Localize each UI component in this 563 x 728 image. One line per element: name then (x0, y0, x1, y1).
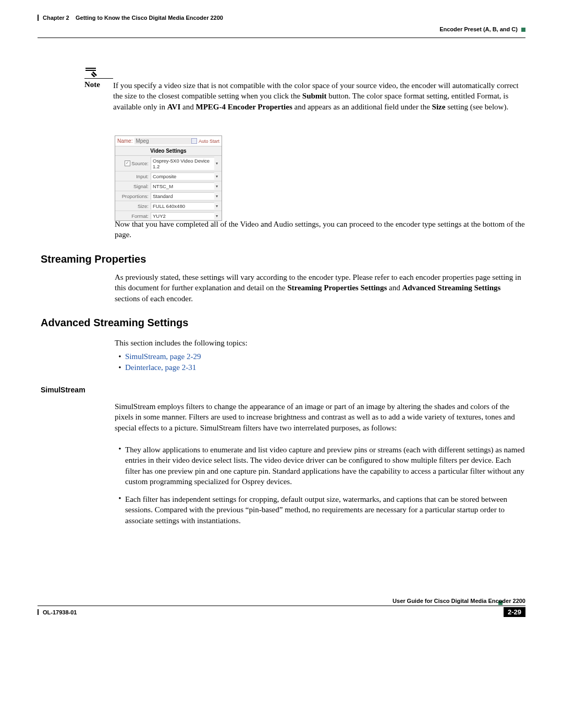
name-label: Name: (117, 138, 132, 144)
row-label: Size: (117, 203, 151, 209)
row-value: Standard (151, 192, 214, 200)
footer-guide: User Guide for Cisco Digital Media Encod… (393, 598, 525, 604)
bullet-text: They allow applications to enumerate and… (125, 445, 525, 487)
list-item: • They allow applications to enumerate a… (115, 445, 525, 487)
figure-top-row: Name: Mpeg Auto Start (115, 136, 222, 146)
row-value: Osprey-5X0 Video Device 1.2 (151, 157, 214, 170)
figure-row: Size:FULL 640x480▾ (115, 201, 222, 211)
chapter-title: Getting to Know the Cisco Digital Media … (76, 15, 223, 21)
section-label: Encoder Preset (A, B, and C) (439, 26, 525, 32)
figure-row: Input:Composite▾ (115, 171, 222, 181)
streaming-properties-heading: Streaming Properties (41, 253, 146, 265)
section-title: Encoder Preset (A, B, and C) (439, 26, 518, 32)
row-value: Composite (151, 172, 214, 180)
video-settings-header: Video Settings (115, 146, 222, 156)
list-item: • Deinterlace, page 2-31 (115, 363, 525, 372)
header-bar-icon (38, 15, 39, 21)
advanced-heading: Advanced Streaming Settings (41, 317, 188, 329)
row-value: YUY2 (151, 212, 214, 219)
chevron-down-icon: ▾ (214, 161, 219, 166)
chapter-ref: Chapter 2 (43, 15, 69, 21)
checkbox-icon: ✓ (125, 161, 130, 166)
advanced-links: • SimulStream, page 2-29 • Deinterlace, … (115, 350, 525, 372)
row-label: Source: (131, 161, 149, 166)
page-footer: User Guide for Cisco Digital Media Encod… (38, 606, 525, 627)
figure-row: ✓Source:Osprey-5X0 Video Device 1.2▾ (115, 156, 222, 171)
note-pencil-icon (84, 67, 99, 81)
figure-row: Signal:NTSC_M▾ (115, 181, 222, 191)
bullet-icon: • (115, 352, 125, 361)
list-item: • Each filter has independent settings f… (115, 494, 525, 526)
list-item: • SimulStream, page 2-29 (115, 352, 525, 361)
note-block: Note If you specify a video size that is… (84, 67, 525, 112)
page-header: Chapter 2 Getting to Know the Cisco Digi… (38, 15, 525, 38)
chevron-down-icon: ▾ (214, 194, 219, 199)
chevron-down-icon: ▾ (214, 204, 219, 208)
note-label: Note (84, 80, 113, 89)
chevron-down-icon: ▾ (214, 174, 219, 179)
bullet-icon: • (115, 494, 125, 526)
simulstream-body: SimulStream employs filters to change th… (115, 401, 525, 433)
after-figure-text: Now that you have completed all of the V… (115, 219, 525, 240)
row-value: FULL 640x480 (151, 202, 214, 209)
note-text: If you specify a video size that is not … (113, 80, 525, 112)
bullet-icon: • (115, 445, 125, 487)
footer-doc-id: OL-17938-01 (43, 609, 77, 615)
header-square-icon (521, 28, 525, 32)
video-settings-figure: Name: Mpeg Auto Start Video Settings ✓So… (115, 135, 222, 221)
name-value: Mpeg (134, 138, 191, 144)
row-label: Format: (117, 213, 151, 219)
bullet-text: Each filter has independent settings for… (125, 494, 525, 526)
row-label: Proportions: (117, 193, 151, 199)
row-value: NTSC_M (151, 182, 214, 190)
chapter-label: Chapter 2 Getting to Know the Cisco Digi… (43, 15, 223, 21)
chevron-down-icon: ▾ (214, 214, 219, 218)
simulstream-heading: SimulStream (41, 386, 85, 394)
auto-start-label: Auto Start (199, 139, 219, 144)
deinterlace-link[interactable]: Deinterlace, page 2-31 (125, 363, 196, 372)
streaming-properties-body: As previously stated, these settings wil… (115, 272, 525, 304)
row-label: Input: (117, 174, 151, 179)
figure-row: Proportions:Standard▾ (115, 191, 222, 201)
simulstream-link[interactable]: SimulStream, page 2-29 (125, 352, 201, 361)
chevron-down-icon: ▾ (214, 184, 219, 189)
bullet-icon: • (115, 363, 125, 372)
footer-page-number: 2-29 (504, 607, 525, 617)
advanced-intro: This section includes the following topi… (115, 338, 525, 348)
simulstream-bullets: • They allow applications to enumerate a… (115, 445, 525, 533)
note-rule (84, 78, 113, 79)
row-label: Signal: (117, 183, 151, 189)
footer-bar-icon (38, 609, 39, 615)
auto-start: Auto Start (191, 138, 219, 144)
auto-start-checkbox-icon (191, 138, 197, 144)
